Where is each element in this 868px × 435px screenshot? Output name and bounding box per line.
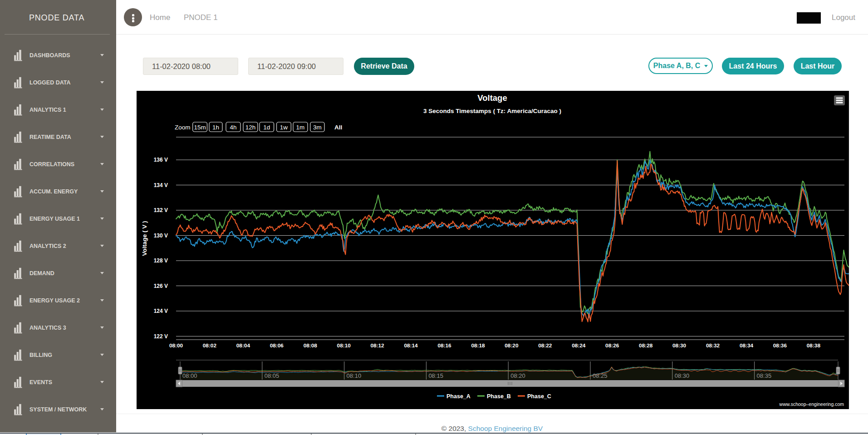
svg-text:08:30: 08:30 <box>675 372 690 379</box>
svg-text:122 V: 122 V <box>154 333 168 340</box>
svg-text:08:28: 08:28 <box>639 342 653 349</box>
svg-text:08:22: 08:22 <box>538 342 552 349</box>
svg-text:12h: 12h <box>245 124 256 131</box>
svg-text:08:20: 08:20 <box>505 342 519 349</box>
svg-text:Phase_B: Phase_B <box>487 393 511 400</box>
svg-text:4h: 4h <box>230 124 236 131</box>
svg-text:08:02: 08:02 <box>203 342 217 349</box>
svg-text:08:16: 08:16 <box>437 342 451 349</box>
svg-text:1m: 1m <box>296 124 305 131</box>
svg-text:08:15: 08:15 <box>428 372 443 379</box>
svg-text:Zoom: Zoom <box>175 124 191 131</box>
svg-text:08:10: 08:10 <box>337 342 351 349</box>
svg-text:08:25: 08:25 <box>593 372 608 379</box>
svg-text:08:30: 08:30 <box>672 342 687 349</box>
svg-text:08:32: 08:32 <box>706 342 720 349</box>
svg-text:08:10: 08:10 <box>347 372 362 379</box>
svg-text:08:14: 08:14 <box>404 342 418 349</box>
svg-text:Phase_A: Phase_A <box>446 393 471 400</box>
svg-text:08:35: 08:35 <box>757 372 772 379</box>
svg-text:08:20: 08:20 <box>510 372 525 379</box>
svg-text:3 Seconds Timestamps ( Tz: Ame: 3 Seconds Timestamps ( Tz: America/Curac… <box>423 108 561 114</box>
svg-text:1w: 1w <box>280 124 288 131</box>
svg-text:132 V: 132 V <box>154 207 168 213</box>
svg-text:08:12: 08:12 <box>371 342 385 349</box>
svg-text:1d: 1d <box>263 124 270 131</box>
svg-text:3m: 3m <box>313 124 322 131</box>
svg-text:136 V: 136 V <box>154 157 168 163</box>
svg-text:126 V: 126 V <box>154 283 168 289</box>
svg-text:1h: 1h <box>212 124 219 131</box>
svg-text:08:38: 08:38 <box>807 342 821 349</box>
svg-text:134 V: 134 V <box>154 182 168 188</box>
svg-text:08:00: 08:00 <box>182 372 197 379</box>
svg-text:08:34: 08:34 <box>740 342 754 349</box>
svg-text:08:24: 08:24 <box>572 342 586 349</box>
svg-text:15m: 15m <box>194 124 206 131</box>
svg-text:Phase_C: Phase_C <box>527 393 551 400</box>
svg-text:128 V: 128 V <box>154 257 168 264</box>
svg-text:08:00: 08:00 <box>169 342 183 349</box>
svg-text:08:06: 08:06 <box>270 342 284 349</box>
svg-text:www.schoop–engineering.com: www.schoop–engineering.com <box>779 401 844 407</box>
svg-text:Voltage: Voltage <box>477 93 507 103</box>
svg-text:08:08: 08:08 <box>304 342 318 349</box>
svg-text:08:18: 08:18 <box>471 342 485 349</box>
svg-text:08:04: 08:04 <box>236 342 250 349</box>
svg-text:130 V: 130 V <box>154 232 168 239</box>
svg-text:08:05: 08:05 <box>265 372 280 379</box>
svg-text:08:26: 08:26 <box>605 342 619 349</box>
svg-text:08:36: 08:36 <box>773 342 787 349</box>
svg-text:Voltage ( V ): Voltage ( V ) <box>141 221 148 256</box>
svg-text:124 V: 124 V <box>154 308 168 314</box>
svg-text:All: All <box>334 124 342 131</box>
